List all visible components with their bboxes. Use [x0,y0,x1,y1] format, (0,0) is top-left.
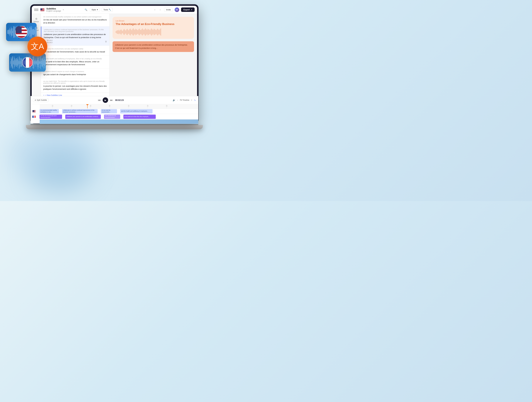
us-track-flag [32,110,36,112]
undo-redo-group: ← → [153,8,162,12]
subtitle-translation-6: is pourriez le penser. Les avantages pou… [43,85,107,91]
search-button[interactable]: 🔍 [84,8,88,12]
us-subtitle-blocks: An environmentally healthy workplace is … [36,109,197,113]
subtitle-original-6: as you might think. The benefits to orga… [43,80,107,84]
settings-label: Settings [33,21,39,22]
subtitle-original-5: workplace doesn't require as much change… [43,71,107,72]
language-flag [40,8,44,11]
fr-block-3[interactable]: non seulement de l'environnement... [104,115,120,119]
laptop-container: 文A Subtitles English Language ▾ [15,3,229,148]
style-label: Style [92,9,96,11]
translate-icon: 文A [31,41,44,52]
ruler-tick-20: 20 [52,105,53,107]
subtitle-original-2: collaborate to achieve continual improve… [44,29,107,32]
waveform-toggle-icon[interactable]: ∿ [194,99,196,101]
playhead[interactable] [87,104,88,108]
fr-track-flag [32,116,36,118]
subtitle-delete-2[interactable]: 🗑 [105,40,107,43]
export-label: Export [184,9,190,11]
laptop-base [26,125,203,129]
style-button[interactable]: Style ✦ [90,8,100,12]
subtitle-translation-1: Un lieu de travail sain pour l'environne… [43,18,107,24]
project-title-group: Subtitles English Language [46,7,61,12]
subtitle-item-5[interactable]: workplace doesn't require as much change… [41,68,109,78]
undo-button[interactable]: ← [153,8,157,12]
fr-block-1[interactable]: Un lieu de travail sain pour l'environne… [39,115,62,119]
time-display: 00:02:23 [115,99,124,101]
skip-forward-button[interactable]: ⏭ [109,98,114,102]
ruler-tick-45: 45 [147,105,148,107]
timeline-ruler: 20 25 30 35 40 45 50 [40,104,197,109]
audio-title: The Advantages of an Eco-Friendly Busine… [116,23,191,26]
ruler-tick-30: 30 [90,105,91,107]
playhead-diamond [86,104,89,105]
header-right: ← → Invite SK Export ↗ [153,7,195,12]
subtitle-translation-3: non seulement de l'environnement, mais a… [43,50,107,53]
subtitle-preview-text: collaborer pour parvenir à une améliorat… [113,41,194,52]
split-label: Split Subtitle [37,99,47,101]
timeline-controls: ⊘ Split Subtitle ⏮ ▶ ⏭ 00:02:23 🔊 − [32,96,197,104]
fr-block-4[interactable]: et la santé et le bien-être des employés… [123,115,156,119]
us-block-4[interactable]: and the health and wellbeing of employee… [120,109,152,113]
timing-in-row: in 00:16.0 [44,39,107,41]
subtitle-original-4: and the health and wellbeing of employee… [43,58,107,60]
timeline-area: ⊘ Split Subtitle ⏮ ▶ ⏭ 00:02:23 🔊 − [32,96,197,122]
skip-back-button[interactable]: ⏮ [97,98,101,102]
play-button[interactable]: ▶ [103,97,108,103]
ruler-tick-25: 25 [71,105,72,107]
user-avatar: SK [175,7,179,12]
timeline-nav: ⏮ ▶ ⏭ 00:02:23 [97,97,124,103]
fit-timeline-label[interactable]: Fit Timeline [180,99,189,101]
translate-button[interactable]: 文A [27,37,47,56]
app-header: Subtitles English Language ▾ 🔍 Style ✦ T… [32,6,197,14]
timing-out-value: 00:34.0 [47,42,52,43]
settings-icon: ⚙ [35,17,37,20]
audio-card: Leo Brown The Advantages of an Eco-Frien… [113,17,194,39]
subtitle-item-2[interactable]: collaborate to achieve continual improve… [41,26,109,46]
us-block-2[interactable]: collaborate to achieve continual improve… [62,109,98,113]
tools-icon: 🔧 [109,9,111,11]
app-body: ⚙ Settings ☁ Upload T Text ⊟ Subtitle [32,14,197,122]
timing-in-value: 00:16.0 [47,39,52,41]
us-block-3[interactable]: of not only the environment... [101,109,117,113]
tools-button[interactable]: Tools 🔧 [102,8,113,12]
volume-icon[interactable]: 🔊 [173,99,175,101]
project-title: Subtitles [46,7,61,10]
subtitle-original-3: of not only the environment, but also wo… [43,48,107,50]
menu-icon[interactable] [34,8,38,12]
dropdown-arrow[interactable]: ▾ [63,9,64,11]
project-language: English Language [46,10,61,12]
ruler-tick-35: 35 [109,105,110,107]
us-subtitle-track: An environmentally healthy workplace is … [32,109,197,114]
invite-button[interactable]: Invite [164,8,173,12]
subtitle-item-1[interactable]: An environmentally healthy workplace is … [41,14,109,26]
timeline-extra: 🔊 − Fit Timeline + ∿ [173,99,196,101]
sidebar-item-settings[interactable]: ⚙ Settings [32,16,40,24]
audio-waveform [116,28,191,36]
subtitle-original-1: An environmentally healthy workplace is … [43,16,107,18]
split-subtitle-button[interactable]: ⊘ Split Subtitle [33,98,49,102]
fr-subtitle-track: Un lieu de travail sain pour l'environne… [32,114,197,119]
us-block-1[interactable]: An environmentally healthy workplace is … [39,109,59,113]
subtitle-item-3[interactable]: of not only the environment, but also wo… [41,46,109,56]
redo-button[interactable]: → [158,8,162,12]
subtitle-item-4[interactable]: and the health and wellbeing of employee… [41,56,109,68]
zoom-plus[interactable]: + [191,99,192,101]
audio-author: Leo Brown [116,20,191,22]
tools-label: Tools [103,9,108,11]
bg-blob-2 [31,148,92,193]
zoom-minus[interactable]: − [177,99,178,101]
ruler-tick-40: 40 [128,105,129,107]
subtitle-item-6[interactable]: as you might think. The benefits to orga… [41,78,109,93]
subtitle-timing-2: in 00:16.0 out 00:34.0 [44,39,107,43]
subtitle-translation-5: ige pas autant de changements dans l'ent… [43,73,107,76]
split-icon: ⊘ [35,99,36,101]
timeline-tracks: An environmentally healthy workplace is … [32,109,197,122]
fr-subtitle-blocks: Un lieu de travail sain pour l'environne… [36,115,197,119]
audio-waveform-track [40,119,197,122]
audio-track [40,119,197,122]
export-button[interactable]: Export ↗ [181,7,195,12]
ruler-tick-50: 50 [166,105,167,107]
fr-block-2[interactable]: collaborer pour parvenir à une améliorat… [65,115,101,119]
subtitle-translation-2: collaborer pour parvenir à une améliorat… [44,33,107,39]
